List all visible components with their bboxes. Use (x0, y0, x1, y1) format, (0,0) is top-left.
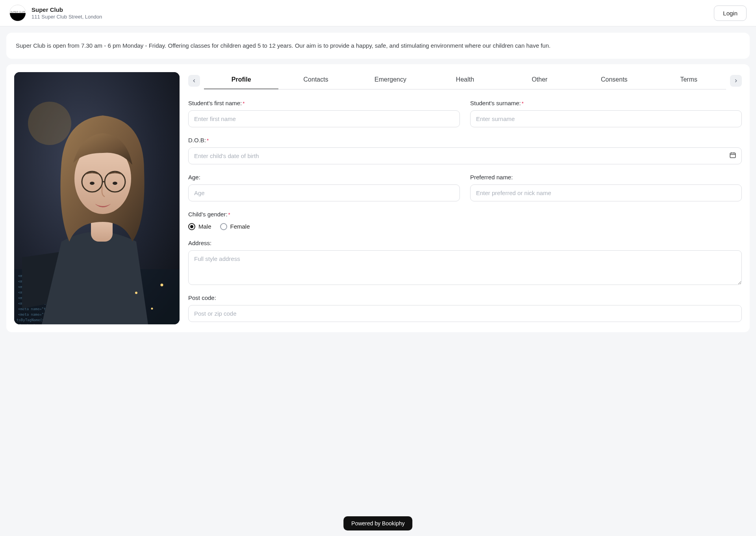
form-area: Profile Contacts Emergency Health Other … (188, 72, 742, 324)
chevron-left-icon (191, 78, 197, 84)
radio-male[interactable]: Male (188, 223, 211, 230)
dob-input[interactable] (188, 147, 742, 164)
label-first-name: Student's first name:* (188, 100, 460, 106)
app-header: SUPER CLUB Super Club 111 Super Club Str… (0, 0, 756, 26)
tabs-prev-button[interactable] (188, 75, 200, 87)
age-input[interactable] (188, 184, 460, 201)
label-address: Address: (188, 240, 742, 246)
field-surname: Student's surname:* (470, 100, 742, 127)
required-mark: * (243, 100, 245, 106)
tab-consents[interactable]: Consents (577, 72, 651, 89)
address-input[interactable] (188, 250, 742, 285)
tab-profile[interactable]: Profile (204, 72, 278, 89)
field-postcode: Post code: (188, 294, 742, 322)
tabs-wrap: Profile Contacts Emergency Health Other … (188, 72, 742, 89)
field-age: Age: (188, 174, 460, 201)
svg-point-1 (28, 102, 71, 145)
field-address: Address: (188, 240, 742, 285)
required-mark: * (228, 212, 230, 218)
radio-female-label: Female (230, 223, 250, 230)
chevron-right-icon (733, 78, 739, 84)
required-mark: * (207, 138, 209, 143)
brand: SUPER CLUB Super Club 111 Super Club Str… (9, 5, 102, 21)
brand-logo: SUPER CLUB (9, 5, 26, 21)
preferred-name-input[interactable] (470, 184, 742, 201)
student-photo: <meta property="fb:pages" content="49779… (14, 72, 180, 324)
brand-address: 111 Super Club Street, London (32, 14, 102, 20)
tab-health[interactable]: Health (428, 72, 502, 89)
label-gender: Child's gender:* (188, 211, 742, 218)
label-surname: Student's surname:* (470, 100, 742, 106)
login-button[interactable]: Login (714, 6, 747, 21)
svg-point-18 (90, 182, 94, 185)
tab-contacts[interactable]: Contacts (278, 72, 353, 89)
svg-rect-25 (730, 153, 736, 158)
profile-form: Student's first name:* Student's surname… (188, 100, 742, 322)
radio-female[interactable]: Female (220, 223, 250, 230)
label-dob: D.O.B:* (188, 137, 742, 143)
field-gender: Child's gender:* Male Female (188, 211, 742, 230)
brand-text: Super Club 111 Super Club Street, London (32, 6, 102, 20)
info-text: Super Club is open from 7.30 am - 6 pm M… (16, 42, 550, 49)
radio-male-label: Male (198, 223, 211, 230)
svg-point-19 (113, 182, 117, 185)
label-age: Age: (188, 174, 460, 181)
required-mark: * (522, 100, 524, 106)
field-first-name: Student's first name:* (188, 100, 460, 127)
field-preferred: Preferred name: (470, 174, 742, 201)
info-card: Super Club is open from 7.30 am - 6 pm M… (6, 33, 750, 59)
brand-title: Super Club (32, 6, 102, 13)
svg-point-23 (151, 307, 153, 309)
surname-input[interactable] (470, 110, 742, 127)
svg-point-24 (161, 283, 163, 286)
field-dob: D.O.B:* (188, 137, 742, 164)
tab-emergency[interactable]: Emergency (353, 72, 428, 89)
tabs: Profile Contacts Emergency Health Other … (204, 72, 726, 89)
label-preferred: Preferred name: (470, 174, 742, 181)
tab-other[interactable]: Other (502, 72, 577, 89)
postcode-input[interactable] (188, 305, 742, 322)
logo-text: SUPER CLUB (10, 5, 26, 13)
main-card: <meta property="fb:pages" content="49779… (6, 64, 750, 332)
first-name-input[interactable] (188, 110, 460, 127)
svg-point-22 (135, 292, 137, 294)
tabs-next-button[interactable] (730, 75, 742, 87)
calendar-icon[interactable] (729, 152, 736, 160)
tab-terms[interactable]: Terms (652, 72, 726, 89)
label-postcode: Post code: (188, 294, 742, 301)
